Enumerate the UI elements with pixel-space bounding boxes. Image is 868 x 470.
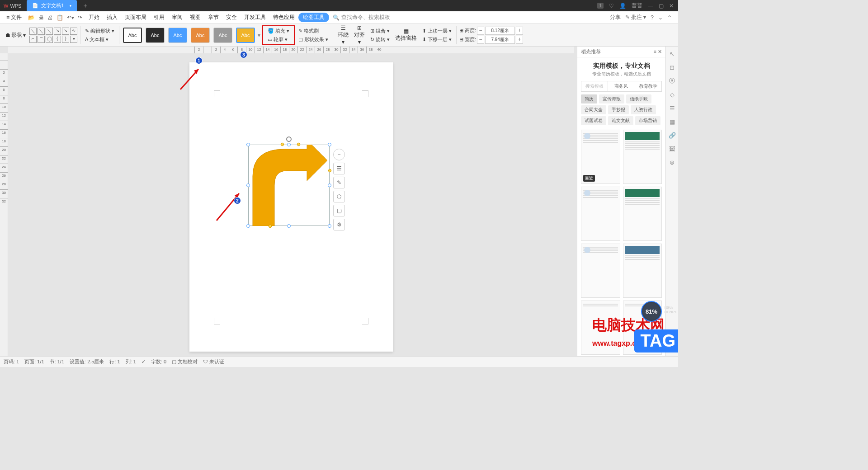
select-icon[interactable]: ⊡ bbox=[669, 64, 676, 71]
resize-handle-l[interactable] bbox=[246, 183, 250, 187]
shape-style-2[interactable]: Abc bbox=[146, 28, 165, 43]
context-collapse-button[interactable]: − bbox=[333, 149, 345, 160]
shapes-gallery[interactable]: ＼＼＼↘↘∿ ⌐⊏◯{}▾ bbox=[29, 28, 77, 43]
cursor-icon[interactable]: ↖ bbox=[669, 50, 676, 57]
style-gallery-more[interactable]: ▾ bbox=[258, 32, 260, 38]
align-button[interactable]: ⊞对齐▾ bbox=[352, 25, 367, 45]
format-brush-button[interactable]: ✎ 格式刷 bbox=[297, 27, 330, 35]
tag-contract[interactable]: 合同大全 bbox=[581, 105, 606, 114]
more-icon[interactable]: ⌃ bbox=[667, 14, 672, 21]
menu-review[interactable]: 审阅 bbox=[168, 14, 186, 21]
tab-business[interactable]: 商务风 bbox=[608, 81, 635, 91]
curved-arrow-shape[interactable] bbox=[248, 145, 330, 226]
minimize-button[interactable]: — bbox=[648, 3, 653, 9]
comment-button[interactable]: ✎ 批注 ▾ bbox=[625, 14, 646, 21]
wrap-button[interactable]: ☰环绕▾ bbox=[336, 25, 350, 45]
context-outline-button[interactable]: ▢ bbox=[333, 205, 345, 216]
new-tab-button[interactable]: ＋ bbox=[82, 2, 89, 10]
context-layout-button[interactable]: ☰ bbox=[333, 163, 345, 174]
help-icon[interactable]: ? bbox=[651, 14, 654, 21]
style-icon[interactable]: Ⓐ bbox=[669, 77, 676, 85]
panel-close-icon[interactable]: ✕ bbox=[658, 49, 662, 54]
rotate-handle[interactable] bbox=[286, 136, 292, 142]
tag-poster[interactable]: 宣传海报 bbox=[599, 94, 624, 103]
shape-effect-button[interactable]: ▢ 形状效果▾ bbox=[297, 36, 330, 43]
layers-icon[interactable]: ☰ bbox=[669, 104, 676, 112]
maximize-button[interactable]: ▢ bbox=[659, 3, 664, 9]
tag-letter[interactable]: 信纸手账 bbox=[626, 94, 651, 103]
send-backward-button[interactable]: ⬇ 下移一层▾ bbox=[420, 36, 453, 43]
menu-security[interactable]: 安全 bbox=[222, 14, 241, 21]
file-menu[interactable]: ≡ 文件 bbox=[3, 14, 25, 21]
shape-style-4[interactable]: Abc bbox=[191, 28, 210, 43]
template-thumb[interactable] bbox=[581, 187, 620, 241]
rotate-button[interactable]: ↻ 旋转▾ bbox=[368, 36, 392, 43]
template-thumb[interactable] bbox=[623, 187, 662, 241]
shape-icon[interactable]: ◇ bbox=[669, 91, 676, 98]
tab-education[interactable]: 教育教学 bbox=[635, 81, 661, 91]
group-button[interactable]: ⊞ 组合▾ bbox=[368, 27, 392, 35]
menu-reference[interactable]: 引用 bbox=[150, 14, 168, 21]
undo-icon[interactable]: ↶▾ bbox=[67, 14, 74, 21]
resize-handle-r[interactable] bbox=[328, 183, 331, 187]
image-icon[interactable]: 🖼 bbox=[669, 145, 676, 152]
print-icon[interactable]: 🖨 bbox=[47, 14, 53, 21]
text-box-button[interactable]: A 文本框▾ bbox=[83, 36, 116, 43]
context-more-button[interactable]: ⚙ bbox=[333, 219, 345, 230]
collapse-ribbon-icon[interactable]: ⌄ bbox=[658, 14, 663, 21]
menu-devtools[interactable]: 开发工具 bbox=[241, 14, 269, 21]
tab-search-templates[interactable]: 搜索模板 bbox=[581, 81, 608, 91]
save-icon[interactable]: 🖶 bbox=[38, 14, 44, 21]
tag-handcopy[interactable]: 手抄报 bbox=[608, 105, 629, 114]
share-button[interactable]: 分享 bbox=[610, 14, 621, 21]
menu-view[interactable]: 视图 bbox=[186, 14, 204, 21]
template-thumb[interactable] bbox=[581, 244, 620, 298]
grid-icon[interactable]: ▦ bbox=[669, 118, 676, 125]
user-avatar-icon[interactable]: 👤 bbox=[619, 3, 626, 9]
menu-layout[interactable]: 页面布局 bbox=[121, 14, 150, 21]
menu-section[interactable]: 章节 bbox=[204, 14, 222, 21]
shape-button[interactable]: ☗形状▾ bbox=[5, 31, 26, 39]
menu-drawing-tools[interactable]: 绘图工具 bbox=[298, 13, 329, 22]
height-input[interactable]: 8.12厘米 bbox=[485, 27, 515, 35]
close-button[interactable]: ✕ bbox=[669, 3, 674, 9]
vip-icon[interactable]: ♡ bbox=[609, 3, 614, 9]
link-icon[interactable]: 🔗 bbox=[669, 132, 676, 139]
width-plus[interactable]: + bbox=[516, 36, 523, 44]
resize-handle-b[interactable] bbox=[287, 224, 291, 228]
template-thumb[interactable] bbox=[581, 301, 620, 355]
command-search[interactable]: 🔍 查找命令、搜索模板 bbox=[333, 14, 390, 21]
selection-pane-button[interactable]: ▦选择窗格 bbox=[393, 28, 419, 42]
edit-shape-button[interactable]: ✎ 编辑形状▾ bbox=[83, 27, 116, 35]
tag-exam[interactable]: 试题试卷 bbox=[581, 116, 606, 125]
height-plus[interactable]: + bbox=[516, 27, 523, 35]
document-canvas[interactable]: − ☰ ✎ ⬠ ▢ ⚙ 2 bbox=[8, 53, 574, 356]
context-fill-button[interactable]: ⬠ bbox=[333, 191, 345, 202]
proof-icon[interactable]: ▢ 文档校对 bbox=[172, 358, 198, 365]
context-edit-button[interactable]: ✎ bbox=[333, 177, 345, 188]
resize-handle-br[interactable] bbox=[328, 224, 331, 228]
document-tab[interactable]: 📄 文字文稿1 ● bbox=[27, 0, 77, 11]
tag-marketing[interactable]: 市场营销 bbox=[635, 116, 660, 125]
template-thumb[interactable] bbox=[623, 244, 662, 298]
menu-start[interactable]: 开始 bbox=[85, 14, 103, 21]
width-minus[interactable]: − bbox=[477, 36, 484, 44]
shape-style-5[interactable]: Abc bbox=[213, 28, 232, 43]
shape-style-1[interactable]: Abc bbox=[123, 28, 142, 43]
redo-icon[interactable]: ↷ bbox=[78, 14, 82, 21]
fill-button[interactable]: 🪣 填充▾ bbox=[266, 27, 291, 35]
tag-thesis[interactable]: 论文文献 bbox=[608, 116, 633, 125]
spellcheck-icon[interactable]: ✓ bbox=[142, 359, 146, 365]
template-thumb[interactable]: 最近 bbox=[581, 130, 620, 184]
shape-style-6-selected[interactable]: Abc bbox=[236, 28, 255, 43]
resize-handle-bl[interactable] bbox=[246, 224, 250, 228]
bring-forward-button[interactable]: ⬆ 上移一层▾ bbox=[420, 27, 453, 35]
menu-insert[interactable]: 插入 bbox=[103, 14, 121, 21]
panel-settings-icon[interactable]: ≡ bbox=[654, 49, 656, 54]
shape-style-3[interactable]: Abc bbox=[168, 28, 187, 43]
settings-icon[interactable]: ⊚ bbox=[669, 159, 676, 166]
resize-handle-t[interactable] bbox=[287, 143, 291, 146]
resize-handle-tl[interactable] bbox=[246, 143, 250, 146]
notification-badge[interactable]: 1 bbox=[597, 3, 604, 9]
tag-hr[interactable]: 人资行政 bbox=[631, 105, 656, 114]
